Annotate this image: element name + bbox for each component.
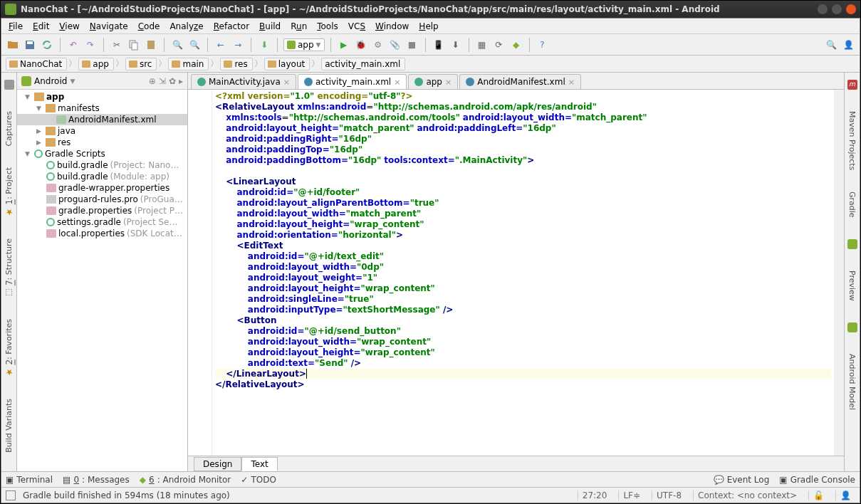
undo-icon[interactable]: ↶ <box>66 38 80 52</box>
menu-tools[interactable]: Tools <box>313 20 343 33</box>
close-button[interactable] <box>846 4 856 14</box>
redo-icon[interactable]: ↷ <box>83 38 98 52</box>
tree-manifest-file[interactable]: AndroidManifest.xml <box>17 114 187 125</box>
lock-icon[interactable]: 🔓 <box>808 490 828 500</box>
save-icon[interactable] <box>23 38 37 52</box>
forward-icon[interactable]: → <box>231 38 245 52</box>
tool-favorites[interactable]: ★ 2: Favorites <box>4 319 14 377</box>
tool-maven[interactable]: Maven Projects <box>847 111 857 170</box>
menu-analyze[interactable]: Analyze <box>165 20 207 33</box>
tab-activitymain[interactable]: activity_main.xml× <box>298 74 407 89</box>
crumb-app[interactable]: app <box>78 58 114 70</box>
crumb-main[interactable]: main <box>168 58 209 70</box>
proj-gear-icon[interactable]: ✿ <box>169 76 176 86</box>
tree-wrapper[interactable]: gradle-wrapper.properties <box>17 182 187 194</box>
tree-res[interactable]: ▶res <box>17 137 187 148</box>
sync-gradle-icon[interactable]: ⟳ <box>492 38 506 52</box>
menu-file[interactable]: File <box>4 20 27 33</box>
crumb-nanochat[interactable]: NanoChat <box>6 58 67 70</box>
tool-gradle[interactable]: Gradle <box>847 191 857 218</box>
menu-build[interactable]: Build <box>255 20 285 33</box>
tree-manifests[interactable]: ▼manifests <box>17 103 187 114</box>
tool-project[interactable]: ★ 1: Project <box>4 167 14 217</box>
attach-icon[interactable]: 📎 <box>388 38 402 52</box>
close-icon[interactable]: × <box>568 78 575 87</box>
tool-gradle-console[interactable]: ▣ Gradle Console <box>779 475 855 485</box>
tree-settings[interactable]: settings.gradle (Project Se… <box>17 216 187 228</box>
user-icon[interactable]: 👤 <box>841 38 855 52</box>
captures-icon[interactable] <box>4 80 14 90</box>
maven-icon[interactable]: m <box>847 80 857 90</box>
stop-icon[interactable]: ■ <box>405 38 419 52</box>
paste-icon[interactable] <box>144 38 158 52</box>
maximize-button[interactable] <box>832 4 842 14</box>
profile-icon[interactable]: ⚙ <box>371 38 385 52</box>
tree-java[interactable]: ▶java <box>17 125 187 137</box>
caret-position[interactable]: 27:20 <box>578 490 612 500</box>
hector-icon[interactable]: 👤 <box>835 490 855 500</box>
close-icon[interactable]: × <box>394 78 400 87</box>
tree-gradle-props[interactable]: gradle.properties (Project P… <box>17 205 187 216</box>
crumb-src[interactable]: src <box>125 58 157 70</box>
tab-design[interactable]: Design <box>194 457 241 471</box>
menu-vcs[interactable]: VCS <box>344 20 370 33</box>
crumb-file[interactable]: activity_main.xml <box>321 58 405 70</box>
search-everywhere-icon[interactable]: 🔍 <box>824 38 838 52</box>
tree-proguard[interactable]: proguard-rules.pro (ProGua… <box>17 194 187 205</box>
menu-window[interactable]: Window <box>371 20 413 33</box>
tool-captures[interactable]: Captures <box>4 111 14 146</box>
help-icon[interactable]: ? <box>536 38 550 52</box>
debug-icon[interactable]: 🐞 <box>354 38 368 52</box>
tool-terminal[interactable]: ▣ Terminal <box>6 475 53 485</box>
status-icon[interactable] <box>6 490 16 500</box>
tab-text[interactable]: Text <box>241 457 277 471</box>
copy-icon[interactable] <box>127 38 141 52</box>
android-model-icon[interactable] <box>847 322 857 332</box>
menu-edit[interactable]: Edit <box>28 20 53 33</box>
open-icon[interactable] <box>6 38 20 52</box>
tool-android-monitor[interactable]: ◆ 6: Android Monitor <box>140 475 231 485</box>
menu-refactor[interactable]: Refactor <box>209 20 254 33</box>
find-icon[interactable]: 🔍 <box>170 38 184 52</box>
tab-mainactivity[interactable]: MainActivity.java× <box>191 74 296 89</box>
preview-icon[interactable] <box>847 239 857 249</box>
line-separator[interactable]: LF≑ <box>618 490 645 500</box>
crumb-layout[interactable]: layout <box>264 58 310 70</box>
tree-app[interactable]: ▼app <box>17 91 187 103</box>
tool-messages[interactable]: ▤ 0: Messages <box>63 475 130 485</box>
back-icon[interactable]: ← <box>214 38 228 52</box>
avd-icon[interactable]: 📱 <box>432 38 446 52</box>
sdk-icon[interactable]: ⬇ <box>449 38 463 52</box>
sync-icon[interactable] <box>40 38 54 52</box>
file-encoding[interactable]: UTF-8 <box>652 490 686 500</box>
tree-gradle-scripts[interactable]: ▼Gradle Scripts <box>17 148 187 159</box>
code-editor[interactable]: <?xml version="1.0" encoding="utf-8"?> <… <box>188 90 844 456</box>
struct-icon[interactable]: ▦ <box>475 38 489 52</box>
tool-structure[interactable]: ⬚ 7: Structure <box>4 238 14 298</box>
menu-help[interactable]: Help <box>414 20 442 33</box>
project-tree[interactable]: ▼app ▼manifests AndroidManifest.xml ▶jav… <box>17 90 187 471</box>
tree-local[interactable]: local.properties (SDK Locat… <box>17 228 187 239</box>
android-icon-2[interactable]: ◆ <box>509 38 523 52</box>
tool-todo[interactable]: ✓ TODO <box>241 475 276 485</box>
menu-view[interactable]: View <box>55 20 83 33</box>
cut-icon[interactable]: ✂ <box>110 38 124 52</box>
tool-android-model[interactable]: Android Model <box>847 354 857 410</box>
context-info[interactable]: Context: <no context> <box>693 490 801 500</box>
tool-preview[interactable]: Preview <box>847 271 857 301</box>
tree-build-gradle-proj[interactable]: build.gradle (Project: Nano… <box>17 159 187 171</box>
tool-build-variants[interactable]: Build Variants <box>4 399 14 453</box>
minimize-button[interactable] <box>818 4 828 14</box>
run-config-selector[interactable]: app ▼ <box>283 38 325 51</box>
crumb-res[interactable]: res <box>220 58 252 70</box>
tool-event-log[interactable]: 💬 Event Log <box>714 475 770 485</box>
tab-androidmanifest[interactable]: AndroidManifest.xml× <box>459 74 581 89</box>
tab-app[interactable]: app× <box>408 74 458 89</box>
run-icon[interactable]: ▶ <box>337 38 351 52</box>
close-icon[interactable]: × <box>283 78 290 87</box>
proj-collapse-icon[interactable]: ⇲ <box>159 76 166 86</box>
menu-code[interactable]: Code <box>134 20 165 33</box>
project-mode[interactable]: Android <box>34 76 67 86</box>
tree-build-gradle-mod[interactable]: build.gradle (Module: app) <box>17 171 187 182</box>
menu-run[interactable]: Run <box>286 20 311 33</box>
